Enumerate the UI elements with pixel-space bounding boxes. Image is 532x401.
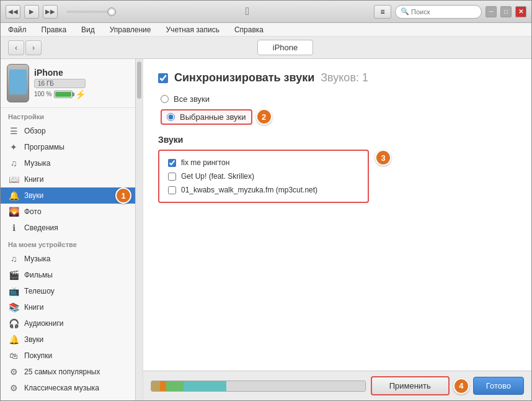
sound-checkbox-2[interactable] [168, 186, 176, 194]
info-icon: ℹ [8, 223, 19, 233]
menu-manage[interactable]: Управление [107, 24, 154, 35]
search-box[interactable]: 🔍 [395, 5, 482, 19]
storage-seg-2 [166, 381, 184, 391]
d-top25-icon: ⚙ [8, 367, 19, 377]
menu-help[interactable]: Справка [232, 24, 266, 35]
sync-title: Синхронизировать звуки [174, 71, 314, 84]
sidebar-item-d-audiobooks[interactable]: 🎧 Аудиокниги [1, 315, 135, 331]
apps-icon: ✦ [8, 142, 19, 152]
sounds-list-container: fix me рингтон Get Up! (feat. Skrillex) … [158, 150, 369, 203]
back-button[interactable]: ‹ [8, 40, 24, 55]
sidebar-item-apps[interactable]: ✦ Программы [1, 139, 135, 155]
radio-selected-sounds[interactable]: Выбранные звуки [161, 109, 252, 125]
sidebar-item-d-tv[interactable]: 📺 Телешоу [1, 283, 135, 299]
storage-seg-4 [226, 381, 365, 391]
playback-controls: ◀◀ ▶ ▶▶ [6, 5, 121, 19]
sidebar-item-d-sounds[interactable]: 🔔 Звуки [1, 331, 135, 348]
device-header: iPhone 16 ГБ 100 % ⚡ [1, 59, 135, 108]
done-button[interactable]: Готово [473, 377, 524, 395]
sidebar-item-sounds-row: 🔔 Звуки 1 [1, 187, 135, 204]
menubar: Файл Правка Вид Управление Учетная запис… [1, 23, 531, 37]
d-tv-icon: 📺 [8, 286, 19, 296]
music-icon: ♫ [8, 158, 19, 168]
sidebar-scroll[interactable]: Настройки ☰ Обзор ✦ Программы ♫ Музыка [1, 108, 135, 400]
battery-fill [55, 92, 71, 97]
sound-item-2[interactable]: 01_kwabs_walk_myzuka.fm (mp3cut.net) [164, 183, 363, 197]
annotation-4: 4 [453, 378, 469, 394]
sidebar-item-d-music[interactable]: ♫ Музыка [1, 251, 135, 267]
radio-selected-label: Выбранные звуки [180, 112, 246, 122]
sidebar-label-d-purchases: Покупки [24, 351, 52, 360]
menu-file[interactable]: Файл [6, 24, 29, 35]
sidebar-item-photos[interactable]: 🌄 Фото [1, 204, 135, 220]
device-info: iPhone 16 ГБ 100 % ⚡ [34, 68, 86, 99]
annotation-3: 3 [375, 150, 391, 166]
apply-button[interactable]: Применить [371, 376, 450, 395]
sidebar-label-info: Сведения [24, 223, 58, 232]
menu-edit[interactable]: Правка [39, 24, 69, 35]
iphone-tab[interactable]: iPhone [257, 40, 313, 55]
d-purchases-icon: 🛍 [8, 351, 19, 361]
volume-slider[interactable] [66, 11, 116, 13]
battery-icon: ⚡ [75, 89, 86, 99]
sidebar-label-d-audiobooks: Аудиокниги [24, 319, 64, 328]
sidebar-item-d-top25[interactable]: ⚙ 25 самых популярных [1, 364, 135, 380]
sidebar-scrollbar[interactable] [135, 59, 143, 400]
sound-checkbox-0[interactable] [168, 159, 176, 167]
sidebar-item-info[interactable]: ℹ Сведения [1, 220, 135, 236]
sync-header: Синхронизировать звуки Звуков: 1 [158, 71, 516, 84]
sound-checkbox-1[interactable] [168, 173, 176, 181]
forward-button[interactable]: › [25, 40, 42, 55]
navbar-center: iPhone [47, 40, 524, 55]
list-view-button[interactable]: ≡ [374, 5, 391, 19]
sound-item-1[interactable]: Get Up! (feat. Skrillex) [164, 169, 363, 183]
menu-view[interactable]: Вид [79, 24, 97, 35]
sidebar-label-photos: Фото [24, 207, 42, 216]
radio-all-sounds[interactable]: Все звуки [161, 94, 516, 104]
close-button[interactable]: ✕ [515, 6, 526, 17]
sidebar-item-d-purchases[interactable]: 🛍 Покупки [1, 348, 135, 364]
sidebar-label-d-classic: Классическая музыка [24, 384, 99, 392]
search-input[interactable] [411, 8, 476, 16]
content-area: Синхронизировать звуки Звуков: 1 Все зву… [143, 59, 531, 400]
sidebar-label-music: Музыка [24, 159, 50, 168]
sidebar-item-d-movies[interactable]: 🎬 Фильмы [1, 267, 135, 283]
sync-checkbox[interactable] [158, 73, 168, 83]
bottom-bar: Применить 4 Готово [143, 371, 531, 400]
titlebar: ◀◀ ▶ ▶▶  ≡ 🔍 ─ □ ✕ [1, 1, 531, 23]
itunes-window: ◀◀ ▶ ▶▶  ≡ 🔍 ─ □ ✕ Файл Правка Вид Упра… [0, 0, 532, 401]
d-books-icon: 📚 [8, 302, 19, 312]
radio-selected-input[interactable] [167, 113, 175, 121]
sidebar-item-d-classic[interactable]: ⚙ Классическая музыка [1, 380, 135, 396]
prev-button[interactable]: ◀◀ [6, 5, 20, 19]
sidebar-label-d-top25: 25 самых популярных [24, 367, 100, 376]
minimize-button[interactable]: ─ [485, 6, 497, 17]
next-button[interactable]: ▶▶ [43, 5, 58, 19]
d-classic-icon: ⚙ [8, 383, 19, 393]
play-button[interactable]: ▶ [24, 5, 39, 19]
storage-seg-3 [184, 381, 226, 391]
battery-percent: 100 % [34, 91, 51, 97]
sidebar-item-books[interactable]: 📖 Книги [1, 171, 135, 187]
sidebar-item-overview[interactable]: ☰ Обзор [1, 123, 135, 139]
storage-bar [151, 381, 366, 392]
scroll-thumb[interactable] [137, 61, 141, 99]
sound-label-0: fix me рингтон [181, 158, 229, 167]
sounds-section: Звуки fix me рингтон Get Up! (feat. Skri… [158, 135, 516, 203]
volume-thumb[interactable] [107, 7, 116, 16]
menu-account[interactable]: Учетная запись [164, 24, 222, 35]
settings-section-label: Настройки [1, 108, 135, 123]
sidebar-item-d-books[interactable]: 📚 Книги [1, 299, 135, 315]
sidebar-item-music[interactable]: ♫ Музыка [1, 155, 135, 171]
titlebar-center:  [121, 5, 374, 18]
radio-all-label: Все звуки [174, 94, 210, 104]
sidebar-label-d-sounds: Звуки [24, 335, 43, 344]
maximize-button[interactable]: □ [500, 6, 512, 17]
radio-all-input[interactable] [161, 95, 169, 103]
d-music-icon: ♫ [8, 254, 19, 264]
d-audiobooks-icon: 🎧 [8, 318, 19, 328]
device-screen [9, 70, 27, 94]
search-icon: 🔍 [401, 7, 409, 16]
sound-item-0[interactable]: fix me рингтон [164, 156, 363, 169]
main-content: iPhone 16 ГБ 100 % ⚡ [1, 59, 531, 400]
